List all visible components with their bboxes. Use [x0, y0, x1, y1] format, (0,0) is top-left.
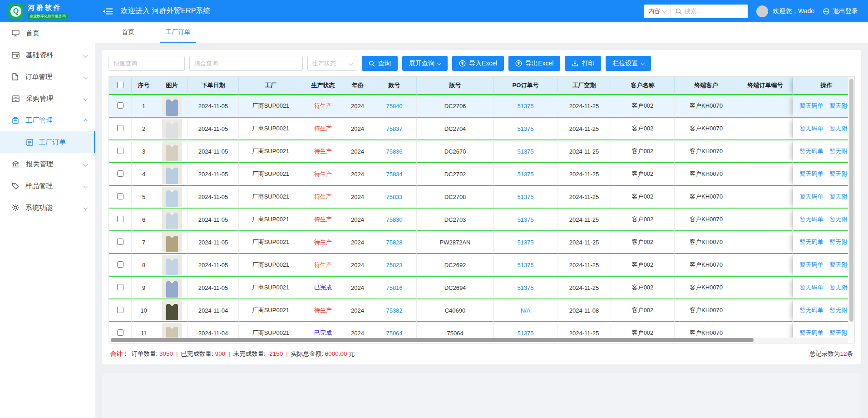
table-row[interactable]: 9 2024-11-05 厂商SUP0021 已完成 2024 75816 DC… — [109, 277, 855, 299]
garment-photo-frame[interactable] — [162, 300, 182, 320]
garment-photo-frame[interactable] — [162, 164, 182, 184]
vertical-scrollbar-thumb[interactable] — [849, 79, 853, 322]
table-row[interactable]: 10 2024-11-04 厂商SUP0021 待生产 2024 75382 C… — [109, 299, 855, 322]
sidebar-item-order-mgmt[interactable]: 订单管理 — [0, 66, 95, 88]
no-size-sheet-link[interactable]: 暂无码单 — [800, 329, 824, 337]
row-checkbox[interactable] — [117, 170, 123, 177]
garment-photo-frame[interactable] — [162, 209, 182, 229]
sidebar-item-home[interactable]: 首页 — [0, 22, 95, 44]
tab-home[interactable]: 首页 — [116, 22, 140, 43]
row-checkbox[interactable] — [117, 261, 123, 268]
cell-customer: 客户002 — [611, 186, 675, 209]
order-list-icon — [26, 139, 33, 146]
row-checkbox[interactable] — [117, 239, 123, 245]
po-no-link[interactable]: 51375 — [517, 330, 533, 337]
no-size-sheet-link[interactable]: 暂无码单 — [800, 147, 824, 155]
row-checkbox[interactable] — [117, 125, 123, 131]
garment-photo-frame[interactable] — [162, 187, 182, 207]
combined-search-input[interactable] — [189, 56, 303, 71]
style-no-link[interactable]: 75836 — [386, 148, 402, 155]
row-checkbox[interactable] — [117, 193, 123, 199]
table-row[interactable]: 7 2024-11-05 厂商SUP0021 待生产 2024 75828 PW… — [109, 231, 855, 254]
search-category-select[interactable]: 内容 — [644, 5, 671, 18]
po-no-link[interactable]: N/A — [521, 307, 531, 314]
table-row[interactable]: 2 2024-11-05 厂商SUP0021 待生产 2024 75837 DC… — [109, 118, 855, 140]
cell-customer: 客户002 — [611, 209, 675, 231]
row-checkbox[interactable] — [117, 148, 123, 154]
sidebar-item-sample-mgmt[interactable]: 样品管理 — [0, 175, 95, 197]
po-no-link[interactable]: 51375 — [517, 216, 533, 223]
cell-delivery: 2024-11-25 — [557, 277, 611, 299]
record-count-suffix: 条 — [847, 350, 853, 357]
row-checkbox[interactable] — [117, 284, 123, 290]
row-checkbox[interactable] — [117, 102, 123, 109]
cell-order-date: 2024-11-05 — [188, 140, 239, 163]
no-size-sheet-link[interactable]: 暂无码单 — [800, 306, 824, 314]
col-image: 图片 — [156, 77, 188, 95]
search-input[interactable] — [685, 8, 744, 15]
garment-photo-frame[interactable] — [162, 255, 182, 275]
style-no-link[interactable]: 75064 — [386, 330, 402, 337]
sidebar-item-factory-orders[interactable]: 工厂订单 — [0, 131, 95, 153]
row-checkbox[interactable] — [117, 329, 123, 336]
select-all-checkbox[interactable] — [117, 82, 123, 88]
style-no-link[interactable]: 75837 — [386, 125, 402, 132]
no-size-sheet-link[interactable]: 暂无码单 — [800, 215, 824, 224]
no-size-sheet-link[interactable]: 暂无码单 — [800, 261, 824, 269]
po-no-link[interactable]: 51375 — [517, 148, 533, 155]
sidebar-item-factory-mgmt[interactable]: 工厂管理 — [0, 109, 95, 131]
garment-photo-frame[interactable] — [162, 119, 182, 139]
table-row[interactable]: 1 2024-11-05 厂商SUP0021 待生产 2024 75840 DC… — [109, 95, 855, 118]
po-no-link[interactable]: 51375 — [517, 194, 533, 200]
style-no-link[interactable]: 75823 — [386, 262, 402, 269]
no-size-sheet-link[interactable]: 暂无码单 — [800, 124, 824, 133]
table-row[interactable]: 6 2024-11-05 厂商SUP0021 待生产 2024 75830 DC… — [109, 209, 855, 231]
po-no-link[interactable]: 51375 — [517, 103, 533, 109]
style-no-link[interactable]: 75840 — [386, 103, 402, 109]
export-excel-button[interactable]: 导出Excel — [508, 56, 560, 71]
sidebar-collapse-icon[interactable] — [102, 5, 113, 17]
po-no-link[interactable]: 51375 — [517, 239, 533, 246]
horizontal-scrollbar-thumb[interactable] — [111, 338, 754, 342]
style-no-link[interactable]: 75828 — [386, 239, 402, 246]
no-size-sheet-link[interactable]: 暂无码单 — [800, 170, 824, 178]
table-row[interactable]: 5 2024-11-05 厂商SUP0021 待生产 2024 75833 DC… — [109, 186, 855, 209]
garment-photo-frame[interactable] — [162, 96, 182, 116]
sidebar-item-basic-data[interactable]: 基础资料 — [0, 44, 95, 66]
garment-photo-frame[interactable] — [162, 141, 182, 161]
po-no-link[interactable]: 51375 — [517, 284, 533, 291]
style-no-link[interactable]: 75382 — [386, 307, 402, 314]
garment-photo-frame[interactable] — [162, 278, 182, 298]
no-size-sheet-link[interactable]: 暂无码单 — [800, 284, 824, 292]
print-button[interactable]: 打印 — [565, 56, 601, 71]
logout-button[interactable]: 退出登录 — [823, 7, 858, 15]
row-checkbox[interactable] — [117, 216, 123, 222]
garment-photo-frame[interactable] — [162, 232, 182, 252]
col-status: 生产状态 — [303, 77, 343, 95]
table-row[interactable]: 3 2024-11-05 厂商SUP0021 待生产 2024 75836 DC… — [109, 140, 855, 163]
quick-search-input[interactable] — [108, 56, 185, 71]
query-button[interactable]: 查询 — [362, 56, 398, 71]
no-size-sheet-link[interactable]: 暂无码单 — [800, 193, 824, 201]
import-excel-button[interactable]: 导入Excel — [452, 56, 504, 71]
style-no-link[interactable]: 75830 — [386, 216, 402, 223]
expand-query-button[interactable]: 展开查询 — [402, 56, 448, 71]
no-size-sheet-link[interactable]: 暂无码单 — [800, 102, 824, 110]
po-no-link[interactable]: 51375 — [517, 125, 533, 132]
po-no-link[interactable]: 51375 — [517, 262, 533, 269]
sidebar-item-purchase-mgmt[interactable]: 采购管理 — [0, 88, 95, 109]
po-no-link[interactable]: 51375 — [517, 171, 533, 178]
column-settings-button[interactable]: 栏位设置 — [606, 56, 651, 71]
table-row[interactable]: 4 2024-11-05 厂商SUP0021 待生产 2024 75834 DC… — [109, 163, 855, 186]
style-no-link[interactable]: 75816 — [386, 284, 402, 291]
table-row[interactable]: 8 2024-11-05 厂商SUP0021 待生产 2024 75823 DC… — [109, 254, 855, 277]
style-no-link[interactable]: 75834 — [386, 171, 402, 178]
tab-factory-orders[interactable]: 工厂订单 — [160, 22, 196, 43]
style-no-link[interactable]: 75833 — [386, 194, 402, 200]
production-status-select[interactable]: 生产状态 — [307, 56, 357, 71]
row-checkbox[interactable] — [117, 307, 123, 313]
sidebar-item-system[interactable]: 系统功能 — [0, 197, 95, 219]
no-size-sheet-link[interactable]: 暂无码单 — [800, 238, 824, 246]
sidebar-item-customs-mgmt[interactable]: 报关管理 — [0, 153, 95, 175]
cell-customer: 客户002 — [611, 299, 675, 322]
